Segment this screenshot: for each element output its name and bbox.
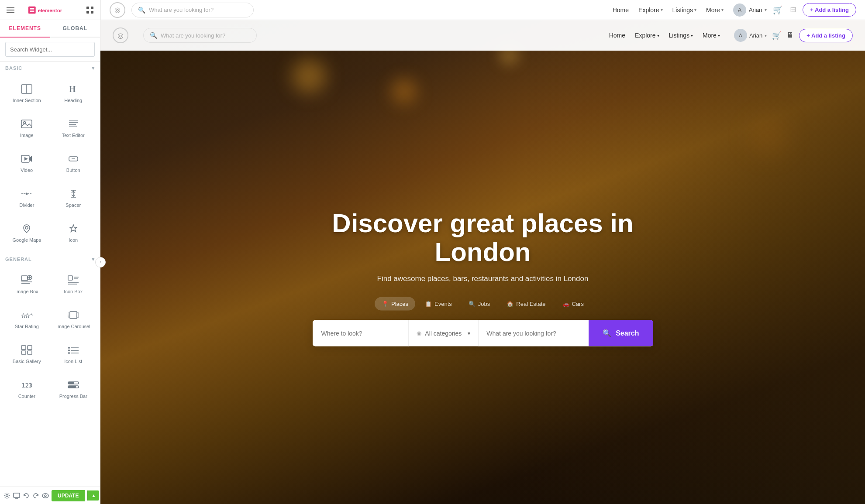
search-widget-input[interactable]: [5, 42, 95, 57]
category-icon: ◉: [417, 330, 421, 336]
preview-compass-logo: ◎: [113, 27, 128, 43]
preview-button[interactable]: [42, 490, 49, 502]
category-chevron-icon: ▾: [468, 330, 470, 336]
preview-pane: ◎ 🔍 What are you looking for? Home Explo…: [100, 20, 865, 504]
section-basic-label[interactable]: BASIC ▾: [0, 62, 100, 75]
widget-spacer[interactable]: Spacer: [50, 179, 97, 214]
svg-text:H: H: [69, 84, 76, 94]
panel-tabs: ELEMENTS GLOBAL: [0, 20, 100, 38]
nav-item-more[interactable]: More▾: [706, 7, 724, 14]
widget-google-maps[interactable]: Google Maps: [3, 214, 50, 249]
general-widgets-grid: Image Box Ico: [0, 266, 100, 409]
svg-point-54: [68, 352, 70, 354]
search-button[interactable]: 🔍 Search: [589, 320, 653, 346]
image-carousel-icon: [66, 309, 80, 321]
svg-rect-9: [91, 7, 93, 9]
cat-tab-cars[interactable]: 🚗 Cars: [555, 297, 591, 310]
update-button[interactable]: UPDATE: [52, 490, 85, 501]
preview-cart-icon[interactable]: 🛒: [772, 31, 781, 40]
widget-divider[interactable]: Divider: [3, 179, 50, 214]
user-avatar[interactable]: A Arian ▾: [733, 3, 767, 17]
widget-icon-box[interactable]: Icon Box: [50, 266, 97, 301]
preview-nav-listings[interactable]: Listings▾: [669, 32, 693, 39]
nav-item-home[interactable]: Home: [613, 7, 629, 14]
widget-image-box[interactable]: Image Box: [3, 266, 50, 301]
svg-rect-43: [70, 312, 77, 319]
widget-basic-gallery[interactable]: Basic Gallery: [3, 336, 50, 370]
preview-user-avatar[interactable]: A Arian▾: [734, 29, 767, 42]
keyword-input[interactable]: [479, 320, 589, 346]
widget-image-label: Image: [20, 133, 34, 138]
preview-nav-explore[interactable]: Explore▾: [635, 32, 659, 39]
settings-button[interactable]: [3, 490, 10, 502]
widget-image[interactable]: Image: [3, 110, 50, 144]
grid-apps-icon[interactable]: [83, 3, 97, 17]
hamburger-menu-icon[interactable]: [3, 3, 17, 17]
screen-icon[interactable]: 🖥: [789, 5, 796, 14]
tab-global[interactable]: GLOBAL: [50, 20, 100, 37]
divider-icon: [20, 188, 34, 200]
svg-rect-46: [21, 346, 26, 350]
preview-nav-home[interactable]: Home: [609, 32, 625, 39]
elementor-logo: elementor: [17, 5, 83, 15]
widget-counter[interactable]: 123 | Counter: [3, 370, 50, 405]
text-editor-icon: [66, 118, 80, 130]
hero-title: Discover great places in London: [313, 209, 653, 266]
svg-point-50: [68, 347, 70, 349]
preview-add-listing-btn[interactable]: + Add a listing: [799, 29, 853, 42]
widget-inner-section[interactable]: Inner Section: [3, 75, 50, 110]
nav-item-explore[interactable]: Explore▾: [638, 7, 662, 14]
cart-icon[interactable]: 🛒: [773, 5, 782, 15]
widget-icon-label: Icon: [69, 237, 78, 243]
svg-text:|: |: [29, 383, 31, 387]
site-search-bar[interactable]: 🔍 What are you looking for?: [131, 3, 254, 17]
location-input[interactable]: [313, 320, 409, 346]
responsive-button[interactable]: [13, 490, 20, 502]
tab-elements[interactable]: ELEMENTS: [0, 20, 50, 38]
cat-tab-jobs[interactable]: 🔍 Jobs: [462, 297, 497, 310]
search-btn-icon: 🔍: [603, 329, 611, 337]
widget-video-label: Video: [21, 168, 33, 173]
widget-star-rating-label: Star Rating: [15, 324, 39, 329]
collapse-panel-button[interactable]: ‹: [95, 257, 106, 267]
widget-icon[interactable]: Icon: [50, 214, 97, 249]
panel-content: BASIC ▾ Inner Section: [0, 62, 100, 487]
svg-marker-23: [24, 157, 28, 161]
svg-text:elementor: elementor: [38, 7, 62, 13]
preview-screen-icon[interactable]: 🖥: [786, 31, 794, 40]
svg-point-31: [25, 226, 28, 229]
icon-box-icon: [66, 274, 80, 286]
elementor-panel: ELEMENTS GLOBAL BASIC ▾: [0, 20, 100, 504]
widget-progress-bar[interactable]: Progress Bar: [50, 370, 97, 405]
redo-button[interactable]: [32, 490, 39, 502]
section-general-label[interactable]: GENERAL ▾: [0, 253, 100, 266]
svg-rect-5: [30, 9, 34, 10]
google-maps-icon: [20, 223, 34, 235]
nav-item-listings[interactable]: Listings▾: [672, 7, 696, 14]
basic-gallery-icon: [20, 344, 34, 356]
add-listing-button[interactable]: + Add a listing: [803, 3, 856, 17]
widget-progress-bar-label: Progress Bar: [59, 394, 87, 399]
svg-rect-4: [30, 8, 34, 9]
category-dropdown[interactable]: ◉ All categories ▾: [409, 320, 479, 346]
widget-text-editor[interactable]: Text Editor: [50, 110, 97, 144]
button-icon: [66, 153, 80, 165]
undo-button[interactable]: [23, 490, 30, 502]
widget-video[interactable]: Video: [3, 144, 50, 179]
widget-star-rating[interactable]: Star Rating: [3, 301, 50, 336]
preview-nav-more[interactable]: More▾: [703, 32, 720, 39]
widget-icon-list[interactable]: Icon List: [50, 336, 97, 370]
cat-tab-places[interactable]: 📍 Places: [375, 297, 415, 310]
preview-search-bar[interactable]: 🔍 What are you looking for?: [143, 28, 257, 43]
widget-heading[interactable]: H Heading: [50, 75, 97, 110]
cat-tab-events[interactable]: 📋 Events: [418, 297, 459, 310]
widget-image-box-label: Image Box: [15, 289, 38, 294]
widget-image-carousel-label: Image Carousel: [56, 324, 90, 329]
site-topbar: ◎ 🔍 What are you looking for? Home Explo…: [100, 0, 865, 20]
widget-button[interactable]: Button: [50, 144, 97, 179]
top-bar: elementor ◎ 🔍 What are you looking for?: [0, 0, 865, 20]
cat-tab-real-estate[interactable]: 🏠 Real Estate: [500, 297, 552, 310]
update-arrow-button[interactable]: ▲: [87, 490, 99, 501]
widget-image-carousel[interactable]: Image Carousel: [50, 301, 97, 336]
section-basic-collapse-icon: ▾: [92, 65, 95, 71]
